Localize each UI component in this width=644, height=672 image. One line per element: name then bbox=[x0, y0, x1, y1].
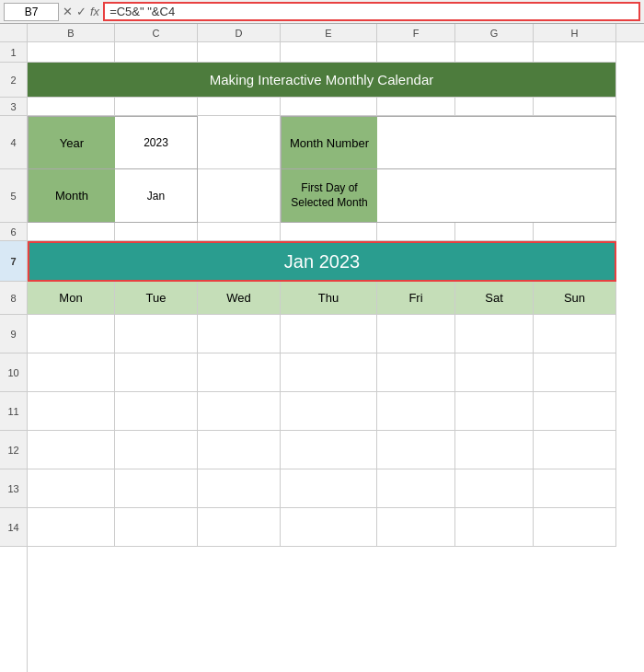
cell-b6[interactable] bbox=[28, 223, 115, 241]
cell-c13[interactable] bbox=[115, 469, 198, 508]
row-14 bbox=[28, 508, 644, 547]
cell-b10[interactable] bbox=[28, 353, 115, 392]
formula-bar: B7 ✕ ✓ fx =C5&" "&C4 bbox=[0, 0, 644, 24]
cell-g9[interactable] bbox=[455, 315, 534, 353]
row-header-10: 10 bbox=[0, 353, 27, 392]
row-header-7: 7 bbox=[0, 241, 27, 282]
cell-c12[interactable] bbox=[115, 431, 198, 469]
cell-c10[interactable] bbox=[115, 353, 198, 392]
cell-g12[interactable] bbox=[455, 431, 534, 469]
cell-h12[interactable] bbox=[534, 431, 616, 469]
cell-d5[interactable] bbox=[198, 169, 281, 223]
formula-input[interactable]: =C5&" "&C4 bbox=[103, 2, 640, 21]
cell-g10[interactable] bbox=[455, 353, 534, 392]
cell-f13[interactable] bbox=[377, 469, 455, 508]
row-header-3: 3 bbox=[0, 98, 27, 116]
column-headers: B C D E F G H bbox=[0, 24, 644, 42]
day-sat: Sat bbox=[455, 282, 534, 315]
row-5: Month Jan First Day of Selected Month bbox=[28, 169, 644, 223]
cell-e12[interactable] bbox=[281, 431, 377, 469]
month-number-value-cell[interactable] bbox=[377, 116, 616, 169]
month-label-cell: Month bbox=[28, 169, 115, 223]
cell-d1[interactable] bbox=[198, 42, 281, 63]
cell-d10[interactable] bbox=[198, 353, 281, 392]
cell-c14[interactable] bbox=[115, 508, 198, 547]
cell-h10[interactable] bbox=[534, 353, 616, 392]
cell-c9[interactable] bbox=[115, 315, 198, 353]
cell-f10[interactable] bbox=[377, 353, 455, 392]
cell-d3[interactable] bbox=[198, 98, 281, 116]
cell-e3[interactable] bbox=[281, 98, 377, 116]
cell-e11[interactable] bbox=[281, 392, 377, 431]
cell-h11[interactable] bbox=[534, 392, 616, 431]
cell-b12[interactable] bbox=[28, 431, 115, 469]
cell-b1[interactable] bbox=[28, 42, 115, 63]
row-4: Year 2023 Month Number bbox=[28, 116, 644, 169]
col-header-c: C bbox=[115, 24, 198, 41]
cell-c11[interactable] bbox=[115, 392, 198, 431]
grid-content: Making Interactive Monthly Calendar Year bbox=[28, 42, 644, 672]
cell-b14[interactable] bbox=[28, 508, 115, 547]
cell-g14[interactable] bbox=[455, 508, 534, 547]
cell-e10[interactable] bbox=[281, 353, 377, 392]
month-number-label: Month Number bbox=[290, 136, 369, 150]
row-header-2: 2 bbox=[0, 63, 27, 98]
cell-f12[interactable] bbox=[377, 431, 455, 469]
cell-h14[interactable] bbox=[534, 508, 616, 547]
cell-g11[interactable] bbox=[455, 392, 534, 431]
cancel-icon[interactable]: ✕ bbox=[63, 5, 73, 18]
cell-f11[interactable] bbox=[377, 392, 455, 431]
cell-e14[interactable] bbox=[281, 508, 377, 547]
cell-g6[interactable] bbox=[455, 223, 534, 241]
cell-f1[interactable] bbox=[377, 42, 455, 63]
cell-d9[interactable] bbox=[198, 315, 281, 353]
cell-h9[interactable] bbox=[534, 315, 616, 353]
cell-g3[interactable] bbox=[455, 98, 534, 116]
first-day-value-cell[interactable] bbox=[377, 169, 616, 223]
cell-b13[interactable] bbox=[28, 469, 115, 508]
cell-b11[interactable] bbox=[28, 392, 115, 431]
year-value-cell[interactable]: 2023 bbox=[115, 116, 198, 169]
cell-h13[interactable] bbox=[534, 469, 616, 508]
cell-d14[interactable] bbox=[198, 508, 281, 547]
month-value: Jan bbox=[147, 190, 165, 203]
cell-e13[interactable] bbox=[281, 469, 377, 508]
cell-h1[interactable] bbox=[534, 42, 616, 63]
year-value: 2023 bbox=[144, 136, 168, 149]
cell-g13[interactable] bbox=[455, 469, 534, 508]
cell-f9[interactable] bbox=[377, 315, 455, 353]
col-header-d: D bbox=[198, 24, 281, 41]
col-header-f: F bbox=[377, 24, 455, 41]
spreadsheet: B7 ✕ ✓ fx =C5&" "&C4 B C D E F G H 1 2 3… bbox=[0, 0, 644, 672]
cell-d6[interactable] bbox=[198, 223, 281, 241]
cell-e9[interactable] bbox=[281, 315, 377, 353]
col-header-h: H bbox=[534, 24, 616, 41]
cell-c3[interactable] bbox=[115, 98, 198, 116]
cell-h6[interactable] bbox=[534, 223, 616, 241]
cell-h3[interactable] bbox=[534, 98, 616, 116]
cell-b9[interactable] bbox=[28, 315, 115, 353]
month-label: Month bbox=[55, 189, 88, 203]
cell-c1[interactable] bbox=[115, 42, 198, 63]
cell-d12[interactable] bbox=[198, 431, 281, 469]
cell-c6[interactable] bbox=[115, 223, 198, 241]
cell-e1[interactable] bbox=[281, 42, 377, 63]
cell-f3[interactable] bbox=[377, 98, 455, 116]
month-value-cell[interactable]: Jan bbox=[115, 169, 198, 223]
corner-cell bbox=[0, 24, 28, 41]
cell-e6[interactable] bbox=[281, 223, 377, 241]
cell-d13[interactable] bbox=[198, 469, 281, 508]
row-header-6: 6 bbox=[0, 223, 27, 241]
cell-g1[interactable] bbox=[455, 42, 534, 63]
cell-d11[interactable] bbox=[198, 392, 281, 431]
row-header-8: 8 bbox=[0, 282, 27, 315]
cell-b3[interactable] bbox=[28, 98, 115, 116]
cell-f6[interactable] bbox=[377, 223, 455, 241]
confirm-icon[interactable]: ✓ bbox=[76, 5, 86, 18]
row-12 bbox=[28, 431, 644, 469]
cell-d4[interactable] bbox=[198, 116, 281, 169]
calendar-header-cell: Jan 2023 bbox=[28, 241, 616, 282]
cell-reference[interactable]: B7 bbox=[4, 3, 59, 21]
cell-f14[interactable] bbox=[377, 508, 455, 547]
fx-icon[interactable]: fx bbox=[90, 5, 99, 18]
